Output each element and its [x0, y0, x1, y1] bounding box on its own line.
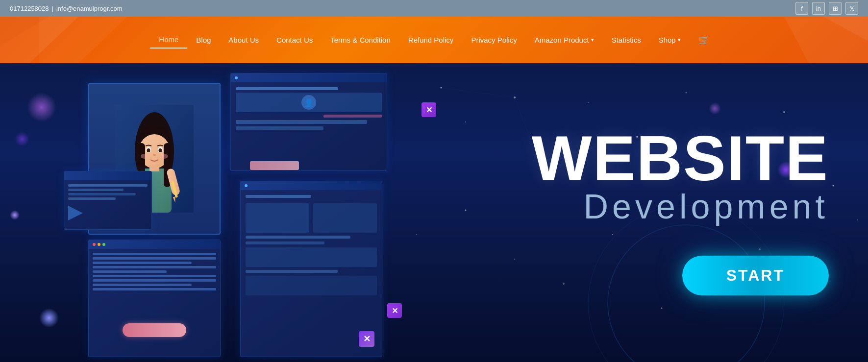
dot-red [93, 243, 96, 246]
s5-line-3 [68, 193, 136, 195]
dot-blue [235, 76, 238, 79]
svg-point-41 [147, 148, 150, 152]
svg-point-25 [857, 219, 858, 220]
s3-line-1 [236, 87, 338, 90]
nav-link-amazon[interactable]: Amazon Product ▾ [526, 32, 603, 48]
s4-line-2 [246, 236, 350, 239]
top-bar: 01712258028 | info@enamulprogr.com f in … [0, 0, 868, 17]
cart-icon: 🛒 [698, 35, 709, 46]
linkedin-icon[interactable]: in [812, 2, 825, 15]
nav-item-shop[interactable]: Shop ▾ [650, 32, 690, 48]
svg-marker-0 [0, 17, 78, 63]
nav-link-home[interactable]: Home [150, 31, 187, 48]
nav-item-cart[interactable]: 🛒 [690, 31, 718, 49]
s3-line-2 [323, 115, 382, 118]
hero-text-content: WEBSITE Development START [486, 130, 829, 295]
instagram-icon[interactable]: ⊞ [829, 2, 842, 15]
phone-number: 01712258028 [10, 5, 49, 12]
svg-point-10 [588, 102, 589, 103]
nav-item-home[interactable]: Home [150, 31, 187, 48]
line-8 [93, 284, 192, 286]
orb-decoration-4 [39, 308, 59, 328]
content-screen-4: ✕ [240, 181, 382, 357]
s4-line-4 [246, 270, 338, 273]
main-navbar: Home Blog About Us Contact Us Terms & Co… [0, 17, 868, 63]
hero-section: 👤 [0, 63, 868, 362]
top-bar-contact: 01712258028 | info@enamulprogr.com [10, 5, 123, 12]
nav-item-statistics[interactable]: Statistics [603, 32, 650, 48]
nav-item-privacy[interactable]: Privacy Policy [462, 32, 525, 48]
twitter-icon[interactable]: 𝕏 [845, 2, 858, 15]
nav-link-statistics[interactable]: Statistics [603, 32, 650, 48]
separator: | [52, 5, 53, 12]
svg-point-46 [160, 154, 168, 159]
orb-decoration-1 [27, 93, 56, 122]
pink-accent-bar [250, 161, 299, 170]
svg-marker-4 [0, 17, 49, 46]
line-2 [93, 257, 216, 260]
nav-link-contact[interactable]: Contact Us [268, 32, 322, 48]
svg-point-44 [153, 154, 156, 156]
svg-marker-2 [784, 17, 868, 63]
dot-yellow [98, 243, 100, 246]
nav-item-terms[interactable]: Terms & Condition [322, 32, 399, 48]
content-screen-5 [64, 171, 152, 230]
nav-item-contact[interactable]: Contact Us [268, 32, 322, 48]
nav-list: Home Blog About Us Contact Us Terms & Co… [150, 31, 718, 49]
screen-header-5 [64, 171, 151, 180]
nav-item-blog[interactable]: Blog [187, 32, 220, 48]
screen-header-2 [89, 240, 220, 249]
line-3 [93, 262, 192, 264]
s4-line-3 [246, 241, 324, 244]
purple-x-button: ✕ [359, 331, 374, 347]
orb-decoration-3 [10, 210, 20, 220]
nav-item-about[interactable]: About Us [220, 32, 268, 48]
screen-header-4 [241, 181, 382, 190]
s4-block-2 [313, 203, 377, 233]
s5-line-4 [68, 197, 116, 200]
svg-point-8 [514, 97, 516, 98]
svg-point-12 [686, 92, 687, 94]
social-links: f in ⊞ 𝕏 [795, 2, 858, 15]
nav-link-cart[interactable]: 🛒 [690, 31, 718, 49]
s5-line-2 [68, 189, 124, 191]
line-6 [93, 275, 216, 277]
line-1 [93, 253, 216, 255]
nav-link-privacy[interactable]: Privacy Policy [462, 32, 525, 48]
s4-block-1 [246, 203, 309, 233]
s4-block-3 [246, 247, 377, 267]
line-7 [93, 279, 216, 282]
s5-line-1 [68, 184, 148, 187]
nav-item-refund[interactable]: Refund Policy [399, 32, 463, 48]
line-5 [93, 270, 167, 273]
start-button[interactable]: START [682, 256, 829, 295]
nav-link-shop[interactable]: Shop ▾ [650, 32, 690, 48]
svg-point-7 [465, 121, 466, 122]
s4-block-4 [246, 276, 377, 295]
svg-point-6 [441, 87, 442, 89]
nav-link-terms[interactable]: Terms & Condition [322, 32, 399, 48]
nav-link-refund[interactable]: Refund Policy [399, 32, 463, 48]
facebook-icon[interactable]: f [795, 2, 808, 15]
content-screen-2 [88, 240, 221, 357]
svg-point-21 [661, 308, 663, 309]
nav-link-blog[interactable]: Blog [187, 32, 220, 48]
s3-line-3 [236, 120, 367, 124]
svg-point-15 [833, 185, 834, 187]
pink-button [123, 323, 186, 337]
dot-green [102, 243, 105, 246]
svg-point-14 [783, 111, 785, 113]
svg-marker-3 [823, 17, 868, 41]
line-9 [93, 288, 216, 290]
screen-lines-2 [89, 249, 220, 294]
shop-dropdown-arrow: ▾ [678, 37, 681, 43]
nav-item-amazon[interactable]: Amazon Product ▾ [526, 32, 603, 48]
x-decoration-2: ✕ [387, 303, 402, 318]
nav-link-about[interactable]: About Us [220, 32, 268, 48]
screen-header-3 [231, 73, 387, 82]
svg-line-30 [441, 88, 515, 97]
x-decoration-1: ✕ [422, 102, 436, 117]
svg-point-45 [141, 154, 149, 159]
line-4 [93, 266, 216, 268]
hero-title-website: WEBSITE [486, 130, 829, 187]
